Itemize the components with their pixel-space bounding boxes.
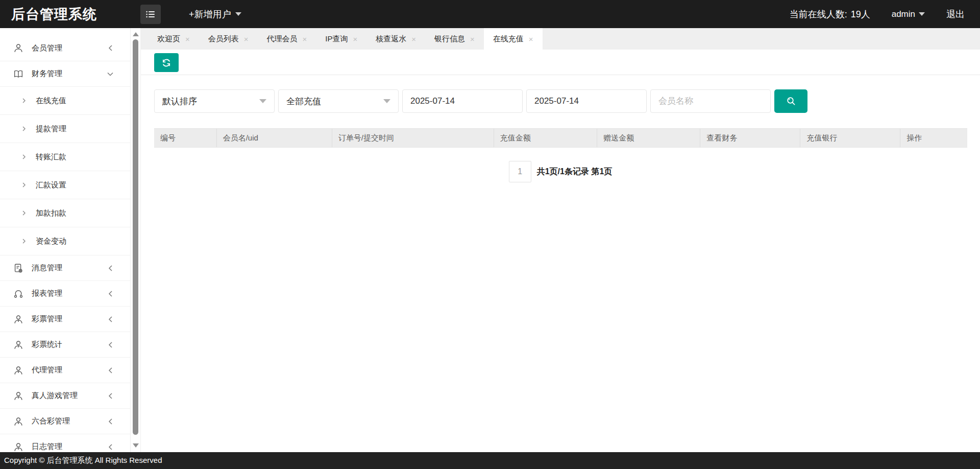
tab-ip-query[interactable]: IP查询 ×	[316, 28, 366, 50]
message-icon	[13, 263, 24, 274]
tab-label: 在线充值	[493, 34, 524, 44]
tab-label: 代理会员	[267, 34, 298, 44]
date-to-input[interactable]	[526, 89, 647, 113]
scroll-up-arrow-icon[interactable]	[133, 32, 139, 36]
sidebar-subitem-label: 转账汇款	[36, 152, 66, 162]
sidebar-item-lottery-stats[interactable]: 彩票统计	[0, 332, 130, 357]
app-title: 后台管理系统	[11, 5, 140, 24]
user-icon	[13, 42, 24, 54]
sidebar-item-agent-mgmt[interactable]: 代理管理	[0, 357, 130, 383]
sidebar-subitem-fund-changes[interactable]: 资金变动	[0, 227, 130, 255]
chevron-right-icon	[21, 182, 27, 188]
user-icon	[13, 441, 24, 453]
scrollbar-thumb[interactable]	[133, 39, 138, 435]
search-button[interactable]	[774, 89, 807, 113]
sidebar-item-mark-six-mgmt[interactable]: 六合彩管理	[0, 408, 130, 434]
recharge-type-select[interactable]: 全部充值	[278, 89, 399, 113]
chevron-right-icon	[21, 238, 27, 244]
date-from-input[interactable]	[402, 89, 523, 113]
sidebar-item-message-mgmt[interactable]: 消息管理	[0, 255, 130, 280]
tab-label: 欢迎页	[157, 34, 180, 44]
chevron-left-icon	[107, 290, 114, 297]
sidebar-item-label: 会员管理	[32, 43, 62, 53]
tab-label: IP查询	[325, 34, 348, 44]
page-number-button[interactable]: 1	[509, 161, 531, 182]
close-icon[interactable]: ×	[470, 35, 475, 43]
sort-select-value: 默认排序	[162, 96, 197, 107]
chevron-down-icon	[235, 12, 241, 16]
column-header-order-time: 订单号/提交时间	[332, 129, 494, 147]
close-icon[interactable]: ×	[353, 35, 357, 43]
sidebar-item-finance-mgmt[interactable]: 财务管理	[0, 61, 130, 86]
chevron-right-icon	[21, 98, 27, 104]
recharge-table: 编号 会员名/uid 订单号/提交时间 充值金额 赠送金额 查看财务 充值银行 …	[154, 128, 967, 148]
sort-select[interactable]: 默认排序	[154, 89, 275, 113]
sidebar-subitem-online-recharge[interactable]: 在线充值	[0, 86, 130, 114]
tab-bar: 欢迎页 × 会员列表 × 代理会员 × IP查询 × 核查返水 ×	[141, 28, 980, 50]
recharge-type-value: 全部充值	[286, 96, 321, 107]
sidebar-subitem-withdraw-mgmt[interactable]: 提款管理	[0, 114, 130, 143]
scroll-down-arrow-icon[interactable]	[133, 443, 139, 448]
footer: Copyright © 后台管理系统 All Rights Reserved	[0, 452, 980, 469]
sidebar-item-log-mgmt[interactable]: 日志管理	[0, 434, 130, 452]
sidebar-toggle-button[interactable]	[140, 5, 161, 24]
sidebar-scrollbar[interactable]	[131, 28, 141, 452]
sidebar-subitem-label: 加款扣款	[36, 208, 66, 218]
close-icon[interactable]: ×	[185, 35, 190, 43]
sidebar-subitem-label: 提款管理	[36, 124, 66, 134]
filter-bar: 默认排序 全部充值	[154, 89, 967, 113]
sidebar-item-lottery-mgmt[interactable]: 彩票管理	[0, 306, 130, 332]
user-menu-dropdown[interactable]: admin	[892, 9, 925, 19]
sidebar-subitem-transfer-remit[interactable]: 转账汇款	[0, 143, 130, 171]
username: admin	[892, 9, 915, 19]
chevron-left-icon	[107, 341, 114, 348]
online-count-value: 19人	[851, 8, 870, 20]
online-count-label: 当前在线人数:	[790, 8, 847, 20]
sidebar-item-live-game-mgmt[interactable]: 真人游戏管理	[0, 383, 130, 408]
logout-button[interactable]: 退出	[946, 8, 965, 20]
tab-bank-info[interactable]: 银行信息 ×	[425, 28, 484, 50]
sidebar-subitem-add-deduct[interactable]: 加款扣款	[0, 199, 130, 227]
chevron-right-icon	[21, 154, 27, 160]
pagination: 1 共1页/1条记录 第1页	[141, 161, 980, 182]
close-icon[interactable]: ×	[244, 35, 249, 43]
sidebar-subitem-label: 在线充值	[36, 96, 66, 106]
pagination-summary: 共1页/1条记录 第1页	[537, 167, 612, 177]
chevron-left-icon	[107, 44, 114, 52]
column-header-view-finance: 查看财务	[700, 129, 800, 147]
copyright-text: Copyright © 后台管理系统 All Rights Reserved	[4, 456, 162, 465]
chevron-down-icon	[259, 99, 266, 103]
sidebar-item-label: 代理管理	[32, 365, 62, 375]
sidebar-item-member-mgmt[interactable]: 会员管理	[0, 35, 130, 61]
main-content: 欢迎页 × 会员列表 × 代理会员 × IP查询 × 核查返水 ×	[141, 28, 980, 452]
column-header-recharge-amount: 充值金额	[494, 129, 597, 147]
sidebar-item-label: 财务管理	[32, 69, 62, 79]
toolbar	[141, 50, 980, 75]
close-icon[interactable]: ×	[411, 35, 416, 43]
refresh-button[interactable]	[154, 53, 179, 72]
tab-rebate-check[interactable]: 核查返水 ×	[366, 28, 425, 50]
tab-agent-members[interactable]: 代理会员 ×	[258, 28, 316, 50]
tab-welcome[interactable]: 欢迎页 ×	[148, 28, 199, 50]
user-icon	[13, 365, 24, 376]
chevron-left-icon	[107, 367, 114, 374]
tab-member-list[interactable]: 会员列表 ×	[199, 28, 258, 50]
sidebar-item-label: 真人游戏管理	[32, 391, 78, 401]
chevron-down-icon	[107, 71, 114, 77]
column-header-actions: 操作	[900, 129, 967, 147]
chevron-down-icon	[919, 12, 925, 16]
add-user-dropdown[interactable]: +新增用户	[189, 8, 241, 20]
member-name-input[interactable]	[650, 89, 771, 113]
tab-online-recharge[interactable]: 在线充值 ×	[484, 28, 543, 50]
chevron-left-icon	[107, 418, 114, 425]
sidebar-subitem-label: 资金变动	[36, 237, 66, 246]
sidebar-subitem-remit-settings[interactable]: 汇款设置	[0, 171, 130, 199]
sidebar-item-label: 六合彩管理	[32, 416, 70, 426]
user-icon	[13, 416, 24, 427]
chevron-left-icon	[107, 392, 114, 400]
sidebar-item-label: 消息管理	[32, 263, 62, 273]
report-icon	[13, 288, 24, 299]
close-icon[interactable]: ×	[529, 35, 533, 43]
close-icon[interactable]: ×	[303, 35, 307, 43]
sidebar-item-report-mgmt[interactable]: 报表管理	[0, 280, 130, 306]
